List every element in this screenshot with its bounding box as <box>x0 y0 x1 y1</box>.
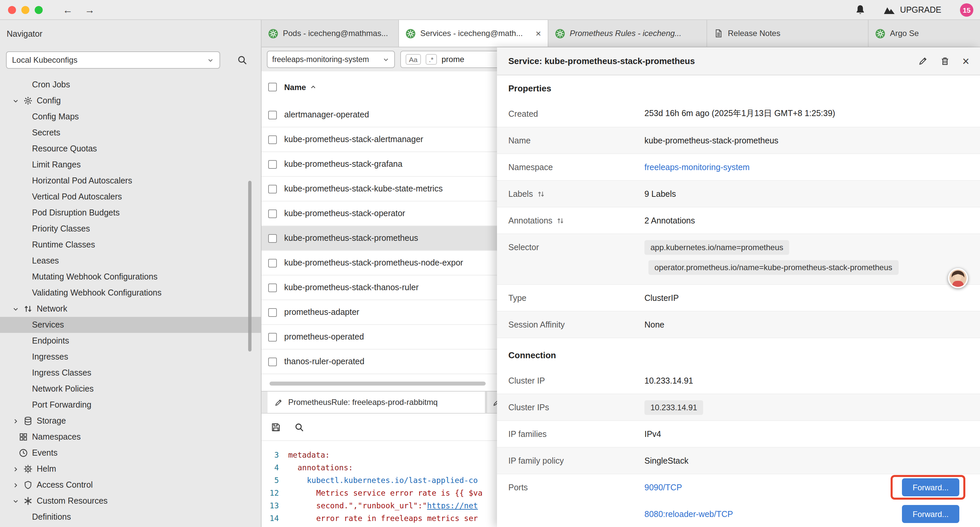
gear-icon <box>23 96 33 105</box>
yaml-editor[interactable]: 3metadata: 4annotations: 5kubectl.kubern… <box>261 440 497 527</box>
row-checkbox[interactable] <box>268 357 277 366</box>
tab-pods[interactable]: Pods - icecheng@mathmas... <box>261 20 399 47</box>
delete-trash-icon[interactable] <box>940 56 950 66</box>
sidebar-item-events[interactable]: Events <box>0 445 261 461</box>
notification-count-badge[interactable]: 15 <box>960 3 973 16</box>
select-all-checkbox[interactable] <box>268 83 277 91</box>
sidebar-item-cron-jobs[interactable]: Cron Jobs <box>0 77 261 93</box>
tab-prometheus-rules[interactable]: Prometheus Rules - icecheng... <box>548 20 707 47</box>
service-name: kube-prometheus-stack-prometheus-node-ex… <box>284 258 463 267</box>
table-row[interactable]: kube-prometheus-stack-kube-state-metrics <box>261 177 497 201</box>
sidebar-item-ingress-classes[interactable]: Ingress Classes <box>0 365 261 381</box>
sidebar-item-custom-resources[interactable]: Custom Resources <box>0 493 261 509</box>
table-row[interactable]: kube-prometheus-stack-thanos-ruler <box>261 275 497 300</box>
name-column-header[interactable]: Name <box>284 83 306 92</box>
list-search-input[interactable]: Aa .* prome <box>400 51 497 68</box>
sidebar-item-storage[interactable]: Storage <box>0 413 261 429</box>
row-checkbox[interactable] <box>268 234 277 242</box>
match-case-toggle[interactable]: Aa <box>406 54 421 65</box>
sidebar-item-limit-ranges[interactable]: Limit Ranges <box>0 157 261 173</box>
chevron-right-icon[interactable] <box>12 417 19 425</box>
table-row[interactable]: alertmanager-operated <box>261 103 497 127</box>
kubeconfig-selector[interactable]: Local Kubeconfigs <box>6 51 220 69</box>
port-link[interactable]: 9090/TCP <box>644 483 682 492</box>
forward-button[interactable]: Forward... <box>902 505 959 523</box>
chevron-down-icon[interactable] <box>12 97 19 104</box>
sidebar-item-network[interactable]: Network <box>0 301 261 317</box>
edit-pencil-icon[interactable] <box>918 56 928 66</box>
table-row[interactable]: kube-prometheus-stack-prometheus-node-ex… <box>261 251 497 275</box>
maximize-window-button[interactable] <box>35 6 43 14</box>
sort-ascending-icon[interactable] <box>309 83 317 91</box>
sidebar-item-config-maps[interactable]: Config Maps <box>0 109 261 125</box>
sidebar-item-port-forwarding[interactable]: Port Forwarding <box>0 397 261 413</box>
expand-toggle-icon[interactable] <box>537 190 545 198</box>
regex-toggle[interactable]: .* <box>426 54 437 65</box>
back-arrow-icon[interactable]: ← <box>63 4 73 15</box>
table-row[interactable]: prometheus-operated <box>261 325 497 350</box>
minimize-window-button[interactable] <box>21 6 29 14</box>
table-row[interactable]: kube-prometheus-stack-operator <box>261 201 497 226</box>
namespace-filter-select[interactable]: freeleaps-monitoring-system <box>267 51 395 68</box>
search-icon[interactable] <box>294 422 304 432</box>
code-token: metadata: <box>288 450 330 460</box>
row-checkbox[interactable] <box>268 209 277 218</box>
tab-services[interactable]: Services - icecheng@math... × <box>399 20 548 47</box>
sidebar-item-validating-webhook-configurations[interactable]: Validating Webhook Configurations <box>0 285 261 301</box>
row-checkbox[interactable] <box>268 185 277 193</box>
chevron-right-icon[interactable] <box>12 481 19 489</box>
row-checkbox[interactable] <box>268 110 277 119</box>
sidebar-item-runtime-classes[interactable]: Runtime Classes <box>0 237 261 253</box>
sidebar-item-namespaces[interactable]: Namespaces <box>0 429 261 445</box>
table-row[interactable]: prometheus-adapter <box>261 300 497 325</box>
sidebar-item-ingresses[interactable]: Ingresses <box>0 349 261 365</box>
sidebar-item-priority-classes[interactable]: Priority Classes <box>0 221 261 237</box>
expand-toggle-icon[interactable] <box>556 217 565 224</box>
sidebar-item-config[interactable]: Config <box>0 93 261 109</box>
sidebar-item-network-policies[interactable]: Network Policies <box>0 381 261 397</box>
horizontal-scrollbar-thumb[interactable] <box>269 382 486 385</box>
row-checkbox[interactable] <box>268 333 277 341</box>
close-drawer-icon[interactable]: × <box>963 55 969 67</box>
close-tab-icon[interactable]: × <box>532 28 541 39</box>
user-avatar[interactable] <box>948 268 968 288</box>
sidebar-item-pod-disruption-budgets[interactable]: Pod Disruption Budgets <box>0 205 261 221</box>
sidebar-item-resource-quotas[interactable]: Resource Quotas <box>0 141 261 157</box>
sidebar-item-secrets[interactable]: Secrets <box>0 125 261 141</box>
tab-release-notes[interactable]: Release Notes <box>707 20 869 47</box>
sidebar-item-access-control[interactable]: Access Control <box>0 477 261 493</box>
table-row[interactable]: kube-prometheus-stack-alertmanager <box>261 127 497 152</box>
row-checkbox[interactable] <box>268 135 277 144</box>
save-icon[interactable] <box>271 422 281 432</box>
table-row[interactable]: thanos-ruler-operated <box>261 350 497 374</box>
tab-argo[interactable]: Argo Se <box>869 20 980 47</box>
sidebar-scrollbar-thumb[interactable] <box>248 181 251 352</box>
chevron-down-icon[interactable] <box>12 305 19 312</box>
sidebar-item-helm[interactable]: Helm <box>0 461 261 477</box>
sidebar-item-leases[interactable]: Leases <box>0 253 261 269</box>
row-checkbox[interactable] <box>268 258 277 267</box>
forward-button[interactable]: Forward... <box>902 478 959 496</box>
forward-arrow-icon[interactable]: → <box>85 4 95 15</box>
notifications-bell-icon[interactable] <box>854 4 866 15</box>
sidebar-item-vertical-pod-autoscalers[interactable]: Vertical Pod Autoscalers <box>0 189 261 205</box>
row-checkbox[interactable] <box>268 160 277 169</box>
namespace-link[interactable]: freeleaps-monitoring-system <box>644 162 749 172</box>
row-checkbox[interactable] <box>268 308 277 317</box>
port-link[interactable]: 8080:reloader-web/TCP <box>644 509 733 519</box>
close-window-button[interactable] <box>8 6 16 14</box>
search-icon[interactable] <box>237 55 248 65</box>
dock-tab-prometheusrule[interactable]: PrometheusRule: freeleaps-prod-rabbitmq <box>267 392 486 413</box>
upgrade-button[interactable]: UPGRADE <box>883 5 941 14</box>
sidebar-item-mutating-webhook-configurations[interactable]: Mutating Webhook Configurations <box>0 269 261 285</box>
dock-tab-partial[interactable] <box>486 392 497 413</box>
sidebar-item-endpoints[interactable]: Endpoints <box>0 333 261 349</box>
sidebar-item-horizontal-pod-autoscalers[interactable]: Horizontal Pod Autoscalers <box>0 173 261 189</box>
chevron-down-icon[interactable] <box>12 497 19 505</box>
table-row[interactable]: kube-prometheus-stack-grafana <box>261 152 497 177</box>
sidebar-item-definitions[interactable]: Definitions <box>0 509 261 525</box>
table-row-selected[interactable]: kube-prometheus-stack-prometheus <box>261 226 497 251</box>
row-checkbox[interactable] <box>268 283 277 292</box>
sidebar-item-services[interactable]: Services <box>0 317 261 333</box>
chevron-right-icon[interactable] <box>12 465 19 473</box>
